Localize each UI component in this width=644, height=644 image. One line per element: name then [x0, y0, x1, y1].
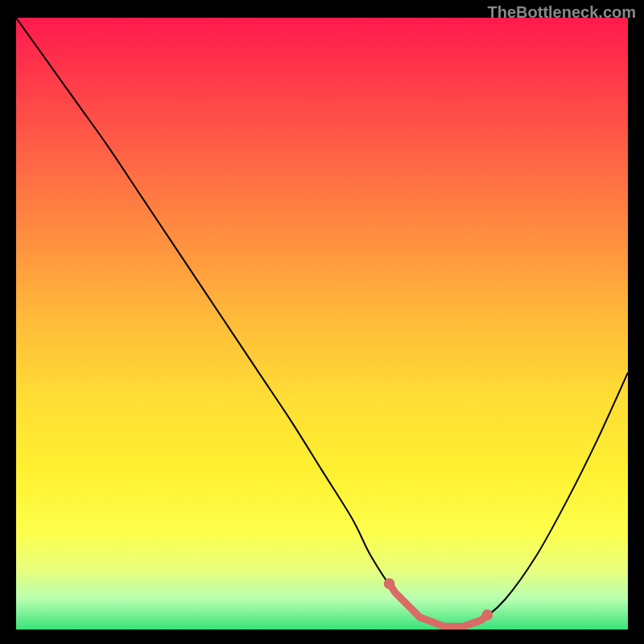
- watermark-text: TheBottleneck.com: [488, 3, 636, 22]
- optimal-zone-line: [390, 584, 488, 626]
- optimal-zone-end-dot: [481, 609, 493, 621]
- plot-area: [16, 18, 628, 630]
- highlight-svg: [16, 18, 628, 630]
- optimal-zone-start-dot: [384, 578, 395, 589]
